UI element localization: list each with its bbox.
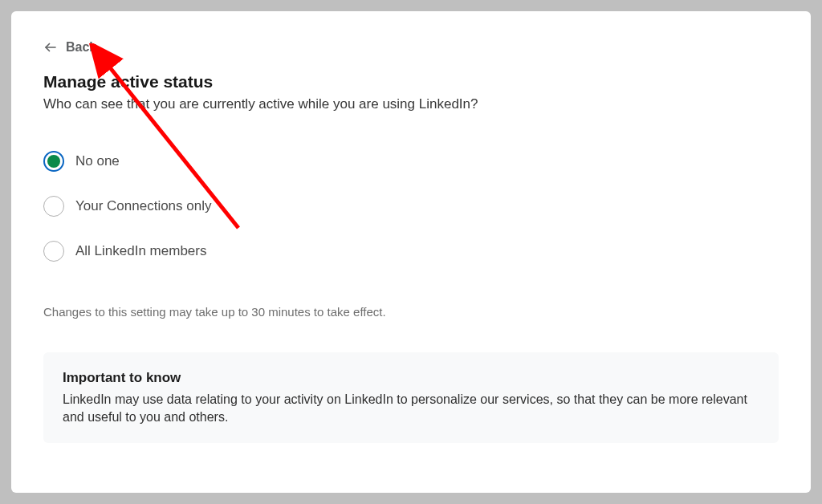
arrow-left-icon (43, 40, 58, 55)
settings-card: Back Manage active status Who can see th… (11, 11, 811, 493)
radio-option-all-members[interactable]: All LinkedIn members (43, 241, 779, 262)
info-box: Important to know LinkedIn may use data … (43, 352, 779, 443)
radio-icon (43, 151, 64, 172)
page-subtitle: Who can see that you are currently activ… (43, 96, 779, 112)
radio-label: All LinkedIn members (75, 243, 206, 259)
back-label: Back (66, 40, 96, 55)
settings-note: Changes to this setting may take up to 3… (43, 305, 779, 319)
radio-group: No one Your Connections only All LinkedI… (43, 151, 779, 262)
radio-label: No one (75, 153, 120, 169)
radio-option-no-one[interactable]: No one (43, 151, 779, 172)
radio-option-connections-only[interactable]: Your Connections only (43, 196, 779, 217)
back-button[interactable]: Back (43, 40, 96, 55)
radio-icon (43, 241, 64, 262)
radio-icon (43, 196, 64, 217)
radio-label: Your Connections only (75, 198, 212, 214)
info-body: LinkedIn may use data relating to your a… (63, 391, 759, 425)
page-title: Manage active status (43, 72, 779, 91)
info-title: Important to know (63, 370, 759, 386)
